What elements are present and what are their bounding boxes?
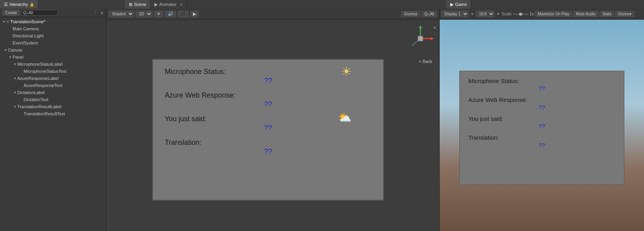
cloud-weather-icon: ⛅ [338,111,352,124]
mic-status-value: ?? [165,76,371,85]
game-canvas-content: Microphone Status: ?? Azure Web Response… [460,71,624,159]
svg-rect-5 [418,36,423,41]
stats-button[interactable]: Stats [600,11,614,17]
game-ui-row-dictation: You just said: ?? [468,115,615,129]
gizmo-button[interactable]: Gizmo▾ [615,11,634,17]
animator-icon: ▶ [154,2,158,7]
game-azure-value: ?? [468,103,615,110]
tab-scene[interactable]: ⊞ Scene [125,0,150,9]
animator-close-icon[interactable]: ✕ [180,2,183,7]
canvas-panel: ☀ ⛅ Microphone Status: ?? Azure Web Resp… [152,59,384,200]
shading-dropdown[interactable]: Shaded [108,11,134,17]
game-icon: ▶ [450,2,453,7]
game-ui-row-azure: Azure Web Response: ?? [468,96,615,110]
game-dictation-value: ?? [468,122,615,129]
h-item-mic-status-text[interactable]: MicrophoneStatusText [0,68,106,75]
mute-audio-button[interactable]: Mute Audio [573,11,598,17]
mic-status-label: Microphone Status: [165,67,371,76]
h-item-directional-light[interactable]: Directional Light [0,32,106,39]
game-dictation-label: You just said: [468,115,615,122]
options-icon[interactable]: ⋮ [94,10,98,15]
scale-value: 1x [530,12,534,16]
tab-hierarchy[interactable]: ☰ Hierarchy 🔒 [0,0,39,9]
back-label[interactable]: < Back [419,59,432,64]
top-tab-bar: ☰ Hierarchy 🔒 ⊞ Scene ▶ Animator ✕ ▶ Gam… [0,0,644,9]
translation-label: Translation: [165,138,371,146]
lock-icon: 🔒 [29,2,34,7]
scene-arrow: ▼ [2,20,6,24]
svg-marker-1 [419,25,422,28]
hierarchy-list: ▼ ⊞ TranslationScene* Main Camera Direct… [0,17,106,231]
scene-cam-toggle[interactable]: ▶ [190,11,199,17]
scene-gizmo: ✕ [405,23,436,54]
scene-toolbar: Shaded 2D ☀ 🔊 ⬛ ▶ Gizmos Q⌂All [106,9,439,20]
game-azure-label: Azure Web Response: [468,96,615,103]
ui-row-mic: Microphone Status: ?? [165,67,371,85]
translation-value: ?? [165,147,371,155]
scene-grid-icon: ⊞ [6,20,9,24]
ui-row-azure: Azure Web Response: ?? [165,91,371,108]
game-view: Microphone Status: ?? Azure Web Response… [440,20,644,231]
game-toolbar: Display 1 ▼ 16:9 ▼ Scale 1x Maximize On … [440,9,644,20]
h-item-translation-text[interactable]: TranslationResultText [0,110,106,117]
h-item-azure-text[interactable]: AzureResponseText [0,82,106,89]
gizmos-button[interactable]: Gizmos [401,11,420,17]
azure-label: Azure Web Response: [165,91,371,99]
tab-game[interactable]: ▶ Game [446,0,471,9]
scene-view: ✕ < Back ☀ ⛅ Microphone Status: ?? Azure… [106,20,439,231]
dictation-value: ?? [165,124,371,132]
scale-label: Scale [502,12,512,16]
h-item-dictation-text[interactable]: DictationText [0,96,106,103]
sun-toggle[interactable]: ☀ [154,11,163,17]
ui-row-translation: Translation: ?? [165,138,371,155]
maximize-on-play-button[interactable]: Maximize On Play [535,11,572,17]
svg-marker-3 [431,37,434,40]
display-dropdown[interactable]: Display 1 [441,11,469,17]
tab-animator[interactable]: ▶ Animator ✕ [150,0,187,9]
scene-panel: Shaded 2D ☀ 🔊 ⬛ ▶ Gizmos Q⌂All [106,9,440,231]
svg-text:✕: ✕ [433,26,436,30]
scene-root[interactable]: ▼ ⊞ TranslationScene* [0,18,106,25]
game-translation-label: Translation: [468,134,615,140]
hierarchy-icon: ☰ [4,2,8,7]
scene-name: TranslationScene* [10,19,45,24]
game-ui-row-mic: Microphone Status: ?? [468,77,615,91]
h-item-canvas[interactable]: ▼ Canvas [0,46,106,54]
collapse-icon[interactable]: ≡ [101,11,103,15]
sun-weather-icon: ☀ [341,64,352,78]
h-item-dictation-label[interactable]: ▼ DictationLabel [0,89,106,96]
h-item-main-camera[interactable]: Main Camera [0,25,106,32]
h-item-panel[interactable]: ▼ Panel [0,54,106,61]
fx-toggle[interactable]: ⬛ [178,11,189,17]
game-canvas-ui: Microphone Status: ?? Azure Web Response… [459,70,624,185]
game-translation-value: ?? [468,141,615,148]
h-item-event-system[interactable]: EventSystem [0,39,106,46]
aspect-dropdown[interactable]: 16:9 [476,11,495,17]
h-item-azure-label[interactable]: ▼ AzureResponseLabel [0,75,106,82]
hierarchy-search[interactable] [21,10,58,16]
game-ui-row-translation: Translation: ?? [468,134,615,148]
scene-icon-tab: ⊞ [129,2,132,7]
h-item-mic-status-label[interactable]: ▼ MicrophoneStatusLabel [0,61,106,68]
mode-dropdown[interactable]: 2D [136,11,152,17]
game-mic-label: Microphone Status: [468,77,615,84]
hierarchy-panel: Create ⋮ ≡ ▼ ⊞ TranslationScene* Main Ca… [0,9,106,231]
audio-toggle[interactable]: 🔊 [165,11,176,17]
scene-search[interactable]: Q⌂All [422,11,437,17]
create-button[interactable]: Create [2,10,20,16]
game-mic-value: ?? [468,85,615,91]
hierarchy-toolbar: Create ⋮ ≡ [0,9,106,17]
scale-slider[interactable] [513,13,528,15]
azure-value: ?? [165,100,371,108]
game-panel: Display 1 ▼ 16:9 ▼ Scale 1x Maximize On … [440,9,644,231]
h-item-translation-label[interactable]: ▼ TranslationResultLabel [0,103,106,110]
main-content: Create ⋮ ≡ ▼ ⊞ TranslationScene* Main Ca… [0,9,644,231]
